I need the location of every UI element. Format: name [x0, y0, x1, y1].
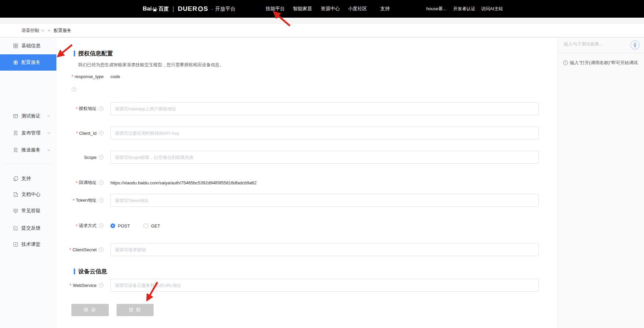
web-service-input[interactable] — [110, 279, 539, 292]
help-icon[interactable]: ? — [99, 180, 104, 185]
required-mark: * — [72, 74, 73, 79]
paw-icon — [152, 6, 158, 12]
visit-ai-site-link[interactable]: 访问AI主站 — [481, 0, 503, 18]
dueros-logo: DUER S — [178, 5, 208, 13]
edit-pencil-icon — [13, 225, 18, 231]
sidebar-link-doc-center[interactable]: 文档中心 — [0, 188, 56, 201]
mic-button[interactable] — [630, 40, 640, 50]
topnav-skill-platform[interactable]: 技能平台 — [266, 0, 285, 18]
copy-pages-icon — [13, 176, 18, 181]
chat-bubble-icon — [13, 208, 18, 214]
sidebar-item-label: 测试验证 — [21, 113, 40, 119]
client-id-input[interactable] — [110, 127, 539, 140]
sidebar-item-label: 基础信息 — [21, 43, 40, 49]
logo-separator: | — [172, 5, 174, 13]
sidebar-item-label: 配置服务 — [21, 59, 40, 66]
form-row-client-secret: * ClientSecret ? — [56, 243, 557, 256]
developer-verify-link[interactable]: 开发者认证 — [453, 0, 475, 18]
help-icon[interactable]: ? — [99, 247, 104, 252]
help-icon[interactable]: ? — [99, 198, 104, 203]
required-mark: * — [69, 247, 71, 252]
dueros-o-icon — [198, 6, 203, 12]
help-icon[interactable]: ? — [72, 87, 76, 92]
form-row-callback-url: * 回调地址 ? https://xiaodu.baidu.com/saiya/… — [56, 179, 557, 186]
baidu-logo-cn: 百度 — [158, 6, 169, 12]
authorize-button[interactable]: 授 权 — [117, 304, 154, 316]
baidu-dueros-logo[interactable]: Bai 百度 | DUER S · 开放平台 — [143, 0, 236, 18]
sidebar-item-label: 文档中心 — [21, 192, 40, 198]
sidebar-link-tech-class[interactable]: 技术课堂 — [0, 238, 56, 251]
topnav-smart-home[interactable]: 智能家居 — [293, 0, 312, 18]
sidebar-link-feedback[interactable]: 提交反馈 — [0, 221, 56, 235]
request-method-radio-group: POST GET — [110, 223, 160, 229]
topnav-resource-center[interactable]: 资源中心 — [321, 0, 340, 18]
sidebar-item-config-service[interactable]: 配置服务 — [0, 54, 56, 71]
baidu-logo: Bai 百度 — [143, 5, 169, 12]
breadcrumb: 语音控制 > 配置服务 — [0, 24, 644, 37]
chevron-down-icon — [47, 115, 50, 117]
required-mark: * — [73, 198, 74, 203]
form-row-auth-url: * 授权地址 ? — [56, 102, 557, 115]
bookmark-plus-icon — [13, 147, 18, 153]
test-sentence-input[interactable] — [564, 41, 622, 47]
sidebar-item-label: 常见答疑 — [21, 208, 40, 214]
radio-get[interactable]: GET — [143, 223, 160, 229]
sub-strip — [0, 18, 644, 24]
required-mark: * — [76, 106, 77, 111]
field-label: Scope — [84, 155, 97, 160]
sidebar-item-test-verify[interactable]: 测试验证 — [0, 109, 56, 123]
form-row-scope: Scope ? — [56, 151, 557, 164]
topnav-xiaodu-community[interactable]: 小度社区 — [348, 0, 367, 18]
main-content: 授权信息配置 我们已经为您生成智能家居类技能交互模型，您只需要授权相应设备信息。… — [56, 37, 557, 328]
breadcrumb-skill-dropdown[interactable]: 语音控制 — [21, 28, 45, 34]
sidebar-link-faq[interactable]: 常见答疑 — [0, 204, 56, 218]
response-type-value: code — [110, 74, 120, 79]
sidebar-divider — [5, 164, 52, 164]
sidebar-link-support[interactable]: 支持 — [0, 172, 56, 185]
sidebar: 基础信息 配置服务 测试验证 发布管理 推送服务 支持 文 — [0, 37, 56, 328]
sidebar-item-basic-info[interactable]: 基础信息 — [0, 39, 56, 53]
test-panel: ! 输入"打开(调用名称)"即可开始调试 — [557, 37, 644, 328]
client-secret-input[interactable] — [110, 243, 539, 256]
required-mark: * — [70, 283, 71, 288]
help-icon[interactable]: ? — [99, 155, 104, 160]
help-icon[interactable]: ? — [99, 223, 104, 228]
required-mark: * — [76, 223, 77, 229]
field-label: Client_Id — [79, 131, 97, 136]
help-icon[interactable]: ? — [99, 283, 104, 288]
section-description: 我们已经为您生成智能家居类技能交互模型，您只需要授权相应设备信息。 — [78, 62, 224, 68]
section-title-auth-config: 授权信息配置 — [74, 50, 113, 57]
clover-icon — [13, 60, 18, 65]
form-row-client-id: * Client_Id ? — [56, 127, 557, 140]
help-icon[interactable]: ? — [99, 131, 104, 135]
page: Bai 百度 | DUER S · 开放平台 技能平台 智能家居 资源中心 小度… — [0, 0, 644, 328]
topbar: Bai 百度 | DUER S · 开放平台 技能平台 智能家居 资源中心 小度… — [0, 0, 644, 18]
radio-unselected-icon — [143, 223, 148, 228]
form-row-response-type: * response_type code — [56, 73, 557, 80]
help-icon[interactable]: ? — [99, 106, 104, 111]
microphone-icon — [632, 42, 638, 48]
sidebar-item-push-service[interactable]: 推送服务 — [0, 143, 56, 157]
auth-url-input[interactable] — [110, 102, 539, 115]
scope-input[interactable] — [110, 151, 539, 164]
field-label: WebService — [73, 283, 97, 288]
sidebar-item-release-manage[interactable]: 发布管理 — [0, 126, 56, 140]
sidebar-item-label: 提交反馈 — [21, 225, 40, 231]
sidebar-item-label: 技术课堂 — [21, 241, 40, 248]
info-icon: ! — [563, 60, 568, 65]
field-label: 回调地址 — [79, 180, 97, 186]
radio-post[interactable]: POST — [110, 223, 130, 229]
breadcrumb-separator: > — [48, 28, 50, 33]
form-row-token-url: * Token地址 ? — [56, 194, 557, 207]
field-label: 请求方式 — [79, 223, 97, 229]
save-button[interactable]: 保 存 — [71, 304, 109, 316]
bookmark-plus-icon — [13, 130, 18, 136]
field-label: 授权地址 — [79, 106, 97, 112]
token-url-input[interactable] — [110, 194, 539, 207]
field-label: Token地址 — [76, 197, 97, 203]
field-label: ClientSecret — [72, 247, 97, 252]
topnav-support[interactable]: 支持 — [380, 0, 390, 18]
grid-icon — [13, 43, 18, 49]
sidebar-item-label: 支持 — [21, 176, 31, 182]
user-account[interactable]: house慕... — [426, 0, 446, 18]
